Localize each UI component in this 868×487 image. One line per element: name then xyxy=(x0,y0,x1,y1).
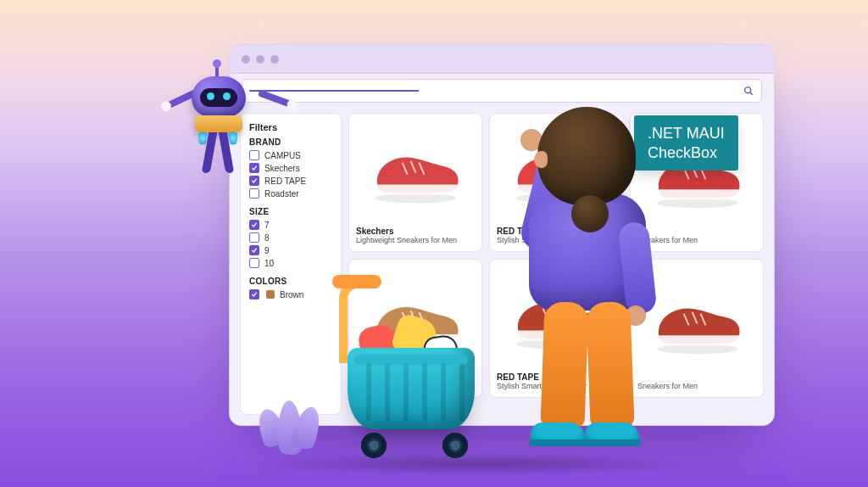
checkbox-label: 7 xyxy=(264,221,270,230)
checkbox-label: 8 xyxy=(264,233,270,243)
flame-icon xyxy=(198,131,207,146)
person-shoe-sole xyxy=(529,439,587,446)
checkbox[interactable] xyxy=(249,289,259,299)
person-leg xyxy=(540,301,588,430)
checkbox-label: 10 xyxy=(264,259,274,268)
svg-line-1 xyxy=(750,92,753,95)
checkbox[interactable] xyxy=(249,258,259,268)
person-hair xyxy=(537,107,636,205)
product-desc: Lightweight Sneakers for Men xyxy=(356,236,475,244)
shopping-cart-illustration xyxy=(317,280,504,475)
cart-handle-grip xyxy=(332,275,381,288)
checkbox[interactable] xyxy=(249,188,259,199)
product-thumbnail xyxy=(356,120,475,221)
filter-group: SIZE78910 xyxy=(249,207,332,268)
flame-icon xyxy=(229,131,237,146)
checkbox[interactable] xyxy=(249,220,259,230)
filter-checkbox-row[interactable]: 9 xyxy=(249,245,332,255)
checkbox-label: Brown xyxy=(280,290,303,299)
filter-checkbox-row[interactable]: 7 xyxy=(249,220,332,230)
window-titlebar xyxy=(230,45,774,74)
cart-wheel-icon xyxy=(442,433,468,458)
filter-checkbox-row[interactable]: 8 xyxy=(249,232,332,243)
person-leg xyxy=(586,301,634,430)
svg-point-0 xyxy=(745,87,751,93)
search-input[interactable] xyxy=(242,79,762,103)
person-illustration xyxy=(485,102,688,467)
robot-jetpack xyxy=(195,115,242,132)
checkbox[interactable] xyxy=(249,232,259,243)
filter-checkbox-row[interactable]: 10 xyxy=(249,258,332,268)
person-shoe-sole xyxy=(583,439,641,446)
product-card[interactable]: SkechersLightweight Sneakers for Men xyxy=(348,113,482,252)
robot-mascot xyxy=(176,56,278,183)
color-swatch xyxy=(266,290,275,299)
cart-basket xyxy=(348,348,475,429)
search-cursor-line xyxy=(249,90,734,92)
person-hair-bun xyxy=(571,195,609,232)
search-icon xyxy=(743,85,754,97)
checkbox-label: Roadster xyxy=(264,189,299,199)
checkbox-label: 9 xyxy=(264,246,270,255)
filter-group-title: SIZE xyxy=(249,207,332,216)
filter-checkbox-row[interactable]: Roadster xyxy=(249,188,332,199)
product-brand: Skechers xyxy=(356,227,475,236)
person-ear xyxy=(534,151,548,168)
robot-head xyxy=(192,76,246,117)
plant-decoration xyxy=(254,390,331,458)
cart-wheel-icon xyxy=(361,433,387,458)
checkbox[interactable] xyxy=(249,245,259,255)
